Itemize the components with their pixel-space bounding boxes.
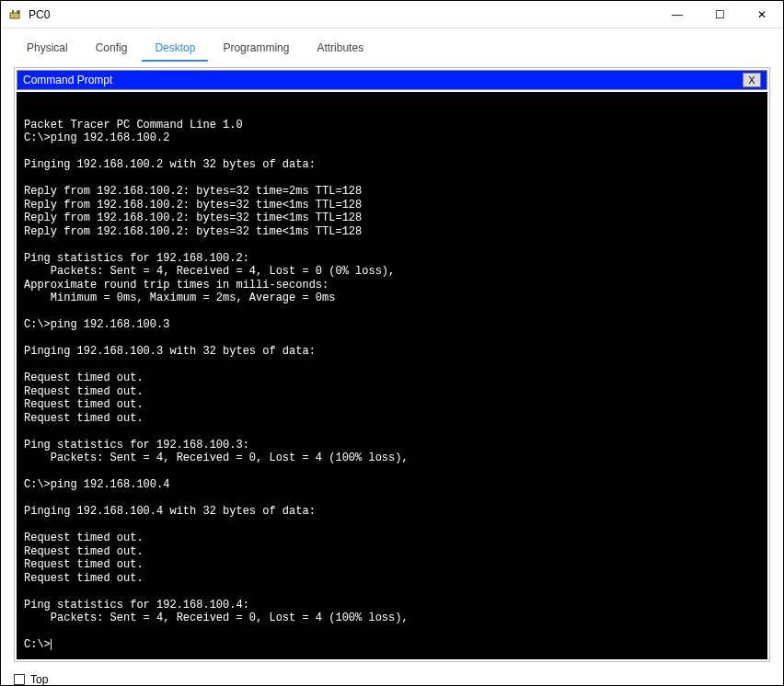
- command-prompt-header: Command Prompt X: [17, 70, 767, 90]
- svg-point-2: [17, 10, 20, 14]
- terminal-output[interactable]: Packet Tracer PC Command Line 1.0 C:\>pi…: [17, 92, 767, 659]
- maximize-button[interactable]: ☐: [698, 1, 741, 29]
- command-prompt-close-button[interactable]: X: [743, 73, 761, 87]
- app-icon: [8, 7, 23, 22]
- svg-rect-1: [12, 10, 14, 13]
- tab-physical[interactable]: Physical: [14, 36, 81, 62]
- tab-desktop[interactable]: Desktop: [142, 36, 208, 62]
- tab-config[interactable]: Config: [83, 36, 141, 62]
- footer: Top: [1, 668, 783, 687]
- tab-attributes[interactable]: Attributes: [304, 36, 376, 62]
- content-area: Command Prompt X Packet Tracer PC Comman…: [1, 62, 783, 668]
- command-prompt-title: Command Prompt: [23, 74, 743, 86]
- tab-bar: Physical Config Desktop Programming Attr…: [1, 29, 783, 62]
- window-title: PC0: [29, 8, 656, 21]
- top-checkbox[interactable]: [14, 674, 25, 685]
- app-panel: Command Prompt X Packet Tracer PC Comman…: [14, 67, 770, 662]
- terminal-caret: [51, 639, 52, 650]
- close-button[interactable]: ✕: [741, 1, 783, 29]
- tab-programming[interactable]: Programming: [210, 36, 302, 62]
- window-titlebar: PC0 — ☐ ✕: [1, 1, 783, 29]
- minimize-button[interactable]: —: [656, 1, 698, 29]
- top-checkbox-label: Top: [30, 673, 48, 686]
